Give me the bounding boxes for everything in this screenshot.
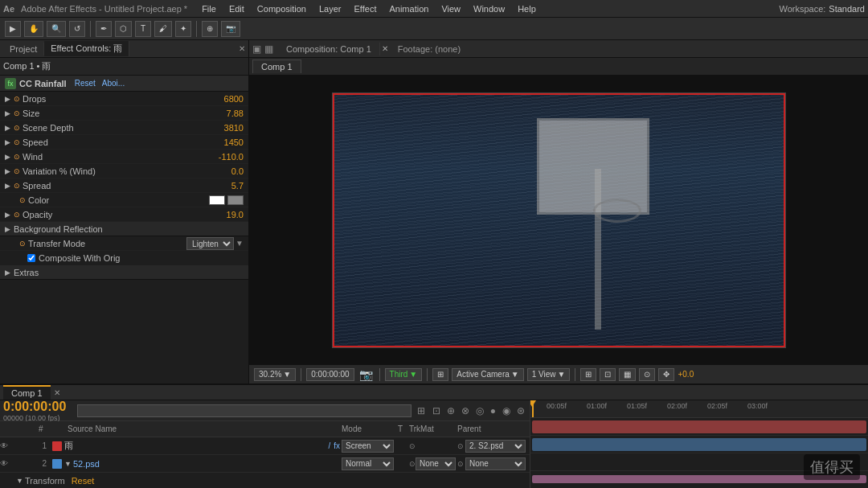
- transform-reset[interactable]: Reset: [72, 476, 95, 486]
- views-arrow: ▼: [558, 370, 566, 379]
- view-options-btn5[interactable]: ✥: [658, 368, 674, 381]
- menu-file[interactable]: File: [195, 2, 223, 15]
- tab-project[interactable]: Project: [3, 43, 44, 55]
- view-options-btn4[interactable]: ⊙: [639, 368, 655, 381]
- color-swatch-gray[interactable]: [227, 195, 244, 205]
- active-camera-btn[interactable]: Active Camera ▼: [452, 368, 523, 381]
- composite-checkbox-row: Composite With Orig: [0, 251, 248, 265]
- ruler-mark-0: 00:05f: [547, 402, 567, 410]
- panel-close-btn[interactable]: ✕: [239, 44, 245, 53]
- prop-variation-value[interactable]: 0.0: [203, 166, 244, 176]
- layer-1-mode: Screen Normal: [342, 440, 398, 453]
- transfer-mode-dropdown[interactable]: Lighten Normal Screen: [186, 237, 234, 250]
- layer-1-parent-select[interactable]: 2. S2.psd None: [465, 440, 526, 453]
- timeline-tabs: Comp 1 ✕: [0, 385, 868, 400]
- tl-icon-4[interactable]: ◎: [476, 405, 484, 416]
- effect-reset[interactable]: Reset: [75, 79, 96, 88]
- tool-hand[interactable]: ✋: [24, 21, 43, 37]
- tl-icon-2[interactable]: ⊕: [447, 405, 455, 416]
- menu-help[interactable]: Help: [511, 2, 542, 15]
- composite-checkbox[interactable]: [27, 254, 35, 262]
- prop-wind-toggle[interactable]: ▶: [5, 153, 10, 161]
- menu-items: File Edit Composition Layer Effect Anima…: [195, 2, 542, 15]
- section-extras[interactable]: ▶ Extras: [0, 265, 248, 280]
- tool-paint[interactable]: 🖌: [154, 21, 172, 37]
- prop-opacity-toggle[interactable]: ▶: [5, 211, 10, 219]
- prop-wind-label: Wind: [23, 152, 203, 162]
- tab-effect-controls[interactable]: Effect Controls: 雨: [44, 41, 129, 56]
- color-swatch-white[interactable]: [209, 195, 225, 205]
- comp-inner-tab[interactable]: Comp 1: [252, 59, 301, 73]
- tool-puppet[interactable]: ⊕: [202, 21, 218, 37]
- tl-icon-3[interactable]: ⊗: [461, 405, 469, 416]
- viewport: [249, 76, 868, 364]
- layer-1-mode-select[interactable]: Screen Normal: [342, 440, 394, 453]
- transform-expand[interactable]: ▼: [16, 477, 23, 485]
- prop-opacity-value[interactable]: 19.0: [203, 210, 244, 219]
- layer-2-parent: ⊙ None: [457, 457, 530, 470]
- tool-pen[interactable]: ✒: [96, 21, 112, 37]
- tool-select[interactable]: ▶: [5, 21, 21, 37]
- layer-1-fx[interactable]: /: [328, 441, 330, 450]
- tl-icon-6[interactable]: ◉: [502, 405, 510, 416]
- prop-variation-toggle[interactable]: ▶: [5, 167, 10, 175]
- tl-timecode[interactable]: 0:00:00:00: [3, 400, 66, 414]
- menu-window[interactable]: Window: [467, 2, 511, 15]
- prop-size-value[interactable]: 7.88: [203, 109, 244, 118]
- effect-about[interactable]: Aboi...: [102, 79, 125, 88]
- layer-1-vis[interactable]: 👁: [0, 441, 11, 450]
- prop-speed-value[interactable]: 1450: [203, 137, 244, 147]
- prop-spread-toggle[interactable]: ▶: [5, 182, 10, 190]
- menu-effect[interactable]: Effect: [348, 2, 383, 15]
- composition-tab[interactable]: Composition: Comp 1: [278, 43, 380, 55]
- layer-2-parent-select[interactable]: None: [465, 457, 526, 470]
- view-options-btn2[interactable]: ⊡: [600, 368, 616, 381]
- prop-drops-icon: ⊙: [14, 95, 20, 103]
- prop-drops-value[interactable]: 6800: [203, 94, 244, 104]
- tool-clone[interactable]: ✦: [175, 21, 191, 37]
- tool-mask[interactable]: ⬡: [115, 21, 132, 37]
- comp-tab-close[interactable]: ✕: [382, 44, 388, 53]
- layer-2-vis[interactable]: 👁: [0, 459, 11, 468]
- tl-icon-7[interactable]: ⊛: [517, 405, 525, 416]
- grid-btn[interactable]: ⊞: [432, 368, 448, 381]
- ruler-mark-3: 02:00f: [667, 402, 687, 410]
- layer-2-expand[interactable]: ▼: [64, 460, 72, 468]
- prop-scene-depth-value[interactable]: 3810: [203, 123, 244, 133]
- menu-composition[interactable]: Composition: [251, 2, 313, 15]
- prop-drops-toggle[interactable]: ▶: [5, 95, 10, 103]
- tl-playhead[interactable]: [532, 400, 534, 417]
- prop-wind-value[interactable]: -110.0: [203, 152, 244, 162]
- menu-view[interactable]: View: [435, 2, 467, 15]
- tool-rotate[interactable]: ↺: [69, 21, 85, 37]
- prop-size-toggle[interactable]: ▶: [5, 109, 10, 117]
- layer-2-mode-select[interactable]: Normal Screen: [342, 457, 394, 470]
- layer-row-2: 👁 2 ▼ 52.psd Normal Screen ⊙ None: [0, 455, 530, 473]
- tl-icon-5[interactable]: ●: [490, 405, 496, 416]
- zoom-btn[interactable]: 30.2% ▼: [254, 368, 296, 381]
- effect-name: CC Rainfall: [19, 79, 67, 88]
- layer-2-trk-select[interactable]: None: [416, 457, 456, 470]
- prop-scene-depth-toggle[interactable]: ▶: [5, 124, 10, 132]
- prop-speed-toggle[interactable]: ▶: [5, 138, 10, 146]
- tool-text[interactable]: T: [135, 21, 151, 37]
- timecode-btn[interactable]: 0:00:00:00: [306, 368, 354, 381]
- tl-search[interactable]: [77, 404, 411, 417]
- menu-edit[interactable]: Edit: [223, 2, 251, 15]
- track-bar-2: [532, 438, 866, 451]
- tl-icon-1[interactable]: ⊡: [432, 405, 440, 416]
- view-third-btn[interactable]: Third ▼: [385, 368, 423, 381]
- tool-camera[interactable]: 📷: [221, 21, 240, 37]
- timeline-tab-close[interactable]: ✕: [54, 388, 60, 397]
- timeline-tab-comp[interactable]: Comp 1: [3, 385, 51, 400]
- views-btn[interactable]: 1 View ▼: [527, 368, 571, 381]
- panel-tab-controls: ✕: [239, 44, 245, 53]
- tool-zoom[interactable]: 🔍: [47, 21, 66, 37]
- view-options-btn1[interactable]: ⊞: [580, 368, 596, 381]
- view-options-btn3[interactable]: ▦: [619, 368, 636, 381]
- menu-animation[interactable]: Animation: [383, 2, 435, 15]
- section-bg-reflection[interactable]: ▶ Background Reflection: [0, 222, 248, 236]
- menu-layer[interactable]: Layer: [313, 2, 348, 15]
- prop-spread-value[interactable]: 5.7: [203, 181, 244, 191]
- prop-speed-icon: ⊙: [14, 138, 20, 146]
